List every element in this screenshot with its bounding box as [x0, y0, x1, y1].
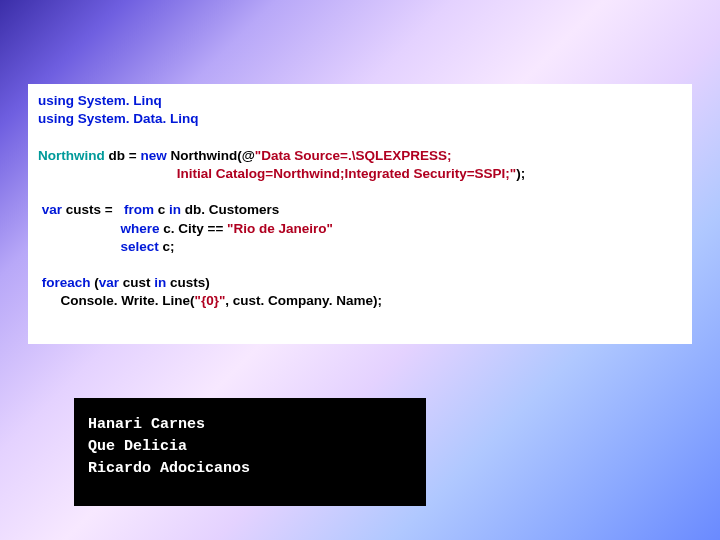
code-keyword: foreach: [38, 275, 91, 290]
code-string: "Rio de Janeiro": [227, 221, 333, 236]
code-blank: [38, 128, 682, 146]
console-output-panel: Hanari Carnes Que Delicia Ricardo Adocic…: [74, 398, 426, 506]
code-line-using-2: using System. Data. Linq: [38, 110, 682, 128]
code-text: db =: [105, 148, 141, 163]
code-text: c;: [159, 239, 175, 254]
indent: [38, 166, 177, 181]
code-type: Northwind: [38, 148, 105, 163]
code-string: "{0}": [195, 293, 226, 308]
code-line-writeline: Console. Write. Line("{0}", cust. Compan…: [38, 292, 682, 310]
code-keyword: var: [38, 202, 62, 217]
indent: [38, 293, 61, 308]
code-text: db. Customers: [181, 202, 279, 217]
code-keyword: from: [124, 202, 154, 217]
code-line-using-1: using System. Linq: [38, 92, 682, 110]
code-keyword: new: [140, 148, 166, 163]
console-line: Hanari Carnes: [88, 414, 412, 436]
code-keyword: var: [99, 275, 119, 290]
indent: [38, 221, 121, 236]
code-keyword: select: [121, 239, 159, 254]
code-keyword: where: [121, 221, 160, 236]
code-keyword: in: [154, 275, 166, 290]
code-text: custs =: [62, 202, 124, 217]
code-blank: [38, 256, 682, 274]
code-text: (: [91, 275, 99, 290]
code-line-query-from: var custs = from c in db. Customers: [38, 201, 682, 219]
code-string: "Data Source=.\SQLEXPRESS;: [255, 148, 452, 163]
code-blank: [38, 183, 682, 201]
code-text: );: [516, 166, 525, 181]
indent: [38, 239, 121, 254]
code-panel: using System. Linq using System. Data. L…: [28, 84, 692, 344]
code-text: cust: [119, 275, 154, 290]
code-string: Initial Catalog=Northwind;Integrated Sec…: [177, 166, 516, 181]
code-line-decl-cont: Initial Catalog=Northwind;Integrated Sec…: [38, 165, 682, 183]
code-text: using System. Linq: [38, 93, 162, 108]
code-text: c: [154, 202, 169, 217]
code-line-query-select: select c;: [38, 238, 682, 256]
console-line: Ricardo Adocicanos: [88, 458, 412, 480]
code-text: Console. Write. Line(: [61, 293, 195, 308]
code-line-decl: Northwind db = new Northwind(@"Data Sour…: [38, 147, 682, 165]
code-text: , cust. Company. Name);: [225, 293, 382, 308]
code-text: Northwind(@: [167, 148, 255, 163]
code-keyword: in: [169, 202, 181, 217]
slide: using System. Linq using System. Data. L…: [0, 0, 720, 540]
code-text: custs): [166, 275, 210, 290]
code-line-query-where: where c. City == "Rio de Janeiro": [38, 220, 682, 238]
code-text: c. City ==: [160, 221, 228, 236]
code-text: using System. Data. Linq: [38, 111, 199, 126]
code-line-foreach: foreach (var cust in custs): [38, 274, 682, 292]
console-line: Que Delicia: [88, 436, 412, 458]
